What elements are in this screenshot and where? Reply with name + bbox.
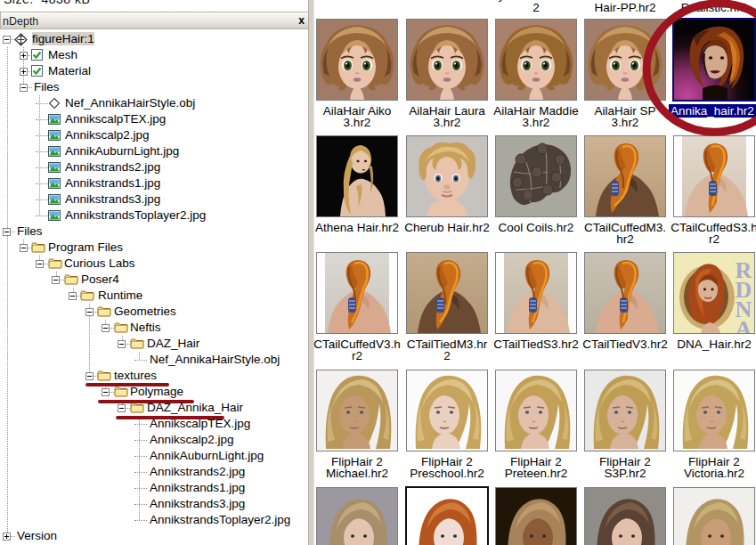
- svg-text:A: A: [736, 316, 752, 333]
